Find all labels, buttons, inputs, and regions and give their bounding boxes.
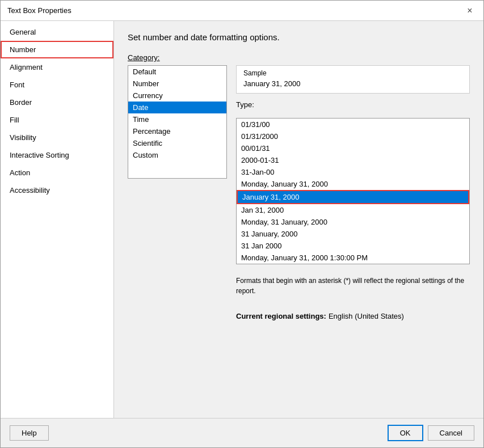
sidebar-item-accessibility[interactable]: Accessibility xyxy=(1,181,113,199)
category-item-scientific[interactable]: Scientific xyxy=(128,137,226,149)
category-list-container: Default Number Currency Date Time Percen… xyxy=(128,65,227,179)
sidebar-item-action[interactable]: Action xyxy=(1,164,113,181)
type-item-5[interactable]: 31-Jan-00 xyxy=(237,166,469,178)
type-item-6[interactable]: Monday, January 31, 2000 xyxy=(237,178,469,190)
right-panel: Sample January 31, 2000 Type: 01/31/00 0… xyxy=(236,65,470,320)
regional-label: Current regional settings: xyxy=(236,312,326,320)
sidebar-item-fill[interactable]: Fill xyxy=(1,111,113,129)
category-item-time[interactable]: Time xyxy=(128,113,226,125)
sample-label: Sample xyxy=(243,69,462,77)
sample-value: January 31, 2000 xyxy=(243,79,462,88)
sidebar-item-font[interactable]: Font xyxy=(1,76,113,94)
category-item-number[interactable]: Number xyxy=(128,78,226,90)
regional-row: Current regional settings: English (Unit… xyxy=(236,312,470,320)
category-listbox[interactable]: Default Number Currency Date Time Percen… xyxy=(128,65,227,179)
category-item-date[interactable]: Date xyxy=(128,102,226,113)
category-label: Category: xyxy=(128,53,470,62)
category-item-percentage[interactable]: Percentage xyxy=(128,125,226,137)
type-listbox[interactable]: 01/31/00 01/31/2000 00/01/31 2000-01-31 … xyxy=(236,118,470,264)
sidebar-item-number[interactable]: Number xyxy=(1,41,113,58)
type-label: Type: xyxy=(236,100,470,109)
type-item-1[interactable]: 01/31/00 xyxy=(237,119,469,130)
sidebar-item-border[interactable]: Border xyxy=(1,94,113,111)
type-item-7[interactable]: January 31, 2000 xyxy=(237,190,469,204)
type-item-3[interactable]: 00/01/31 xyxy=(237,142,469,154)
sidebar-item-interactive-sorting[interactable]: Interactive Sorting xyxy=(1,146,113,164)
type-item-2[interactable]: 01/31/2000 xyxy=(237,130,469,142)
title-bar: Text Box Properties × xyxy=(1,1,483,21)
sidebar-item-visibility[interactable]: Visibility xyxy=(1,129,113,146)
type-item-8[interactable]: Jan 31, 2000 xyxy=(237,204,469,216)
cancel-button[interactable]: Cancel xyxy=(428,425,474,441)
regional-value: English (United States) xyxy=(329,312,404,320)
dialog-title: Text Box Properties xyxy=(7,6,71,15)
dialog: Text Box Properties × General Number Ali… xyxy=(0,0,484,448)
dialog-body: General Number Alignment Font Border Fil… xyxy=(1,21,483,418)
sidebar-item-alignment[interactable]: Alignment xyxy=(1,58,113,76)
help-button[interactable]: Help xyxy=(10,425,49,441)
type-item-4[interactable]: 2000-01-31 xyxy=(237,154,469,166)
category-item-default[interactable]: Default xyxy=(128,66,226,78)
footer: Help OK Cancel xyxy=(1,418,483,447)
hint-text: Formats that begin with an asterisk (*) … xyxy=(236,276,470,296)
type-item-9[interactable]: Monday, 31 January, 2000 xyxy=(237,216,469,228)
close-button[interactable]: × xyxy=(463,4,477,18)
content-row: Default Number Currency Date Time Percen… xyxy=(128,65,470,320)
category-item-custom[interactable]: Custom xyxy=(128,149,226,161)
main-heading: Set number and date formatting options. xyxy=(128,32,470,42)
sidebar-item-general[interactable]: General xyxy=(1,23,113,41)
sample-box: Sample January 31, 2000 xyxy=(236,65,470,94)
sidebar: General Number Alignment Font Border Fil… xyxy=(1,21,114,418)
category-item-currency[interactable]: Currency xyxy=(128,90,226,102)
type-item-10[interactable]: 31 January, 2000 xyxy=(237,228,469,240)
type-item-12[interactable]: Monday, January 31, 2000 1:30:00 PM xyxy=(237,252,469,264)
main-content: Set number and date formatting options. … xyxy=(114,21,483,418)
ok-button[interactable]: OK xyxy=(388,425,423,441)
type-item-11[interactable]: 31 Jan 2000 xyxy=(237,240,469,252)
